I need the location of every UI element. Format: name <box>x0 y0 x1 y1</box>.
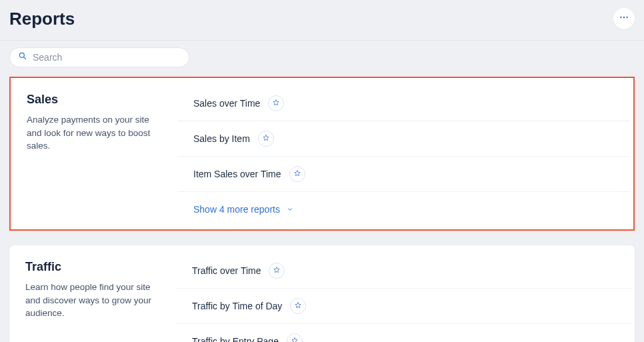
report-row: Item Sales over Time <box>177 157 631 192</box>
svg-point-0 <box>620 17 621 18</box>
report-link-traffic-over-time[interactable]: Traffic over Time <box>192 265 261 276</box>
report-row: Traffic by Entry Page <box>176 324 632 342</box>
star-icon <box>272 97 280 109</box>
favorite-button[interactable] <box>287 333 303 342</box>
star-icon <box>273 265 281 277</box>
star-icon <box>291 335 299 342</box>
star-icon <box>294 300 302 312</box>
section-description: Analyze payments on your site and look f… <box>27 113 161 153</box>
svg-point-3 <box>19 53 24 57</box>
svg-point-1 <box>623 17 625 18</box>
svg-line-4 <box>24 57 26 59</box>
search-input[interactable] <box>33 52 181 63</box>
report-row: Traffic over Time <box>176 260 632 289</box>
favorite-button[interactable] <box>289 166 305 182</box>
favorite-button[interactable] <box>258 131 274 147</box>
svg-point-2 <box>626 17 627 18</box>
report-link-sales-over-time[interactable]: Sales over Time <box>193 98 260 109</box>
section-title: Traffic <box>25 260 160 274</box>
favorite-button[interactable] <box>269 263 285 279</box>
report-row: Traffic by Time of Day <box>176 289 632 324</box>
page-title: Reports <box>9 9 75 29</box>
search-box[interactable] <box>9 47 189 67</box>
favorite-button[interactable] <box>290 298 306 314</box>
report-row: Sales by Item <box>177 121 631 157</box>
section-description: Learn how people find your site and disc… <box>25 281 160 320</box>
section-title: Sales <box>27 93 161 107</box>
ellipsis-icon <box>619 12 629 25</box>
more-actions-button[interactable] <box>613 8 635 29</box>
report-link-traffic-by-time-of-day[interactable]: Traffic by Time of Day <box>192 301 282 311</box>
show-more-reports[interactable]: Show 4 more reports <box>177 192 631 217</box>
section-sales: Sales Analyze payments on your site and … <box>9 77 635 231</box>
report-link-traffic-by-entry-page[interactable]: Traffic by Entry Page <box>192 336 279 342</box>
favorite-button[interactable] <box>268 95 284 111</box>
star-icon <box>293 168 301 180</box>
report-link-item-sales-over-time[interactable]: Item Sales over Time <box>193 169 281 179</box>
show-more-label: Show 4 more reports <box>193 204 280 215</box>
search-icon <box>18 51 27 63</box>
chevron-down-icon <box>287 204 293 215</box>
report-link-sales-by-item[interactable]: Sales by Item <box>193 133 250 144</box>
star-icon <box>262 133 270 145</box>
section-traffic: Traffic Learn how people find your site … <box>9 245 635 342</box>
report-row: Sales over Time <box>177 93 631 121</box>
